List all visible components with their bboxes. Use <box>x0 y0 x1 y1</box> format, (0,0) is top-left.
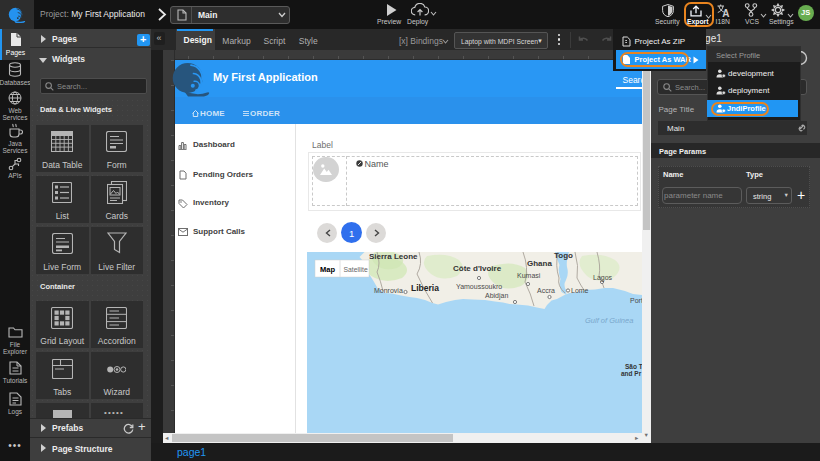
svg-text:Monrovia: Monrovia <box>374 287 403 294</box>
svg-text:Port: Port <box>630 297 642 304</box>
svg-text:A: A <box>722 8 729 18</box>
svg-text:Ghana: Ghana <box>527 259 552 268</box>
svg-text:São T: São T <box>625 363 642 370</box>
svg-text:Map: Map <box>320 265 335 274</box>
svg-text:and Pr: and Pr <box>621 370 642 377</box>
svg-text:Liberia: Liberia <box>411 283 439 293</box>
svg-text:Lagos: Lagos <box>593 274 613 282</box>
svg-text:Lome: Lome <box>571 287 589 294</box>
svg-text:Kumasi: Kumasi <box>517 272 541 279</box>
svg-text:Togo: Togo <box>554 252 573 260</box>
svg-text:Côte d'Ivoire: Côte d'Ivoire <box>453 264 502 273</box>
svg-text:Sierra Leone: Sierra Leone <box>369 252 418 261</box>
svg-text:Accra: Accra <box>537 287 555 294</box>
svg-text:Gulf of Guinea: Gulf of Guinea <box>585 316 633 325</box>
svg-text:Abidjan: Abidjan <box>485 292 508 300</box>
svg-text:Satellite: Satellite <box>344 266 368 273</box>
svg-text:Yamoussoukro: Yamoussoukro <box>456 283 502 290</box>
